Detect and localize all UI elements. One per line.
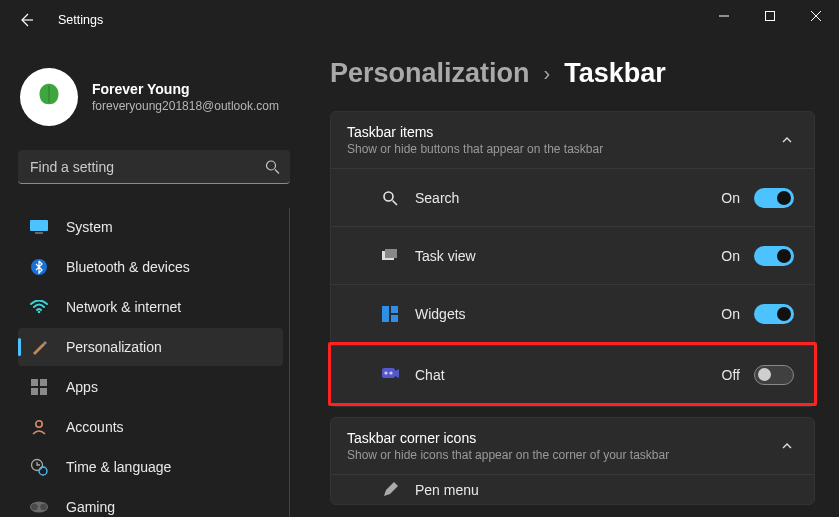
apps-icon: [30, 378, 48, 396]
svg-point-6: [38, 311, 41, 314]
row-label: Search: [415, 190, 721, 206]
profile-email: foreveryoung201818@outlook.com: [92, 99, 279, 113]
taskbar-corner-icons-section: Taskbar corner icons Show or hide icons …: [330, 417, 815, 505]
sidebar-item-personalization[interactable]: Personalization: [18, 328, 283, 366]
section-title: Taskbar corner icons: [347, 430, 669, 446]
sidebar-item-label: Gaming: [66, 499, 115, 515]
svg-rect-22: [391, 315, 398, 322]
row-label: Widgets: [415, 306, 721, 322]
sidebar-item-network[interactable]: Network & internet: [18, 288, 283, 326]
toggle-search[interactable]: [754, 188, 794, 208]
close-button[interactable]: [793, 0, 839, 32]
avatar: [20, 68, 78, 126]
person-icon: [30, 418, 48, 436]
sidebar-item-label: System: [66, 219, 113, 235]
taskbar-items-header[interactable]: Taskbar items Show or hide buttons that …: [331, 112, 814, 168]
svg-rect-8: [40, 379, 47, 386]
maximize-button[interactable]: [747, 0, 793, 32]
row-chat: Chat Off: [331, 345, 814, 403]
sidebar-item-bluetooth[interactable]: Bluetooth & devices: [18, 248, 283, 286]
toggle-state: On: [721, 306, 740, 322]
sidebar-item-label: Accounts: [66, 419, 124, 435]
row-widgets: Widgets On: [331, 284, 814, 342]
search-icon: [265, 160, 280, 175]
wifi-icon: [30, 298, 48, 316]
row-task-view: Task view On: [331, 226, 814, 284]
bluetooth-icon: [30, 258, 48, 276]
taskbar-corner-icons-header[interactable]: Taskbar corner icons Show or hide icons …: [331, 418, 814, 474]
row-pen-menu: Pen menu: [331, 474, 814, 504]
toggle-state: Off: [722, 367, 740, 383]
svg-point-11: [36, 421, 42, 427]
search-icon: [381, 189, 399, 207]
back-button[interactable]: [8, 2, 44, 38]
section-title: Taskbar items: [347, 124, 603, 140]
sidebar: Forever Young foreveryoung201818@outlook…: [0, 40, 300, 517]
breadcrumb-parent[interactable]: Personalization: [330, 58, 530, 89]
sidebar-item-label: Apps: [66, 379, 98, 395]
row-search: Search On: [331, 168, 814, 226]
title-bar: Settings: [0, 0, 839, 40]
sidebar-item-apps[interactable]: Apps: [18, 368, 283, 406]
taskbar-items-section: Taskbar items Show or hide buttons that …: [330, 111, 815, 407]
chevron-right-icon: ›: [544, 62, 551, 85]
row-label: Chat: [415, 367, 722, 383]
svg-rect-3: [30, 220, 48, 231]
svg-point-2: [267, 161, 276, 170]
svg-rect-7: [31, 379, 38, 386]
minimize-button[interactable]: [701, 0, 747, 32]
chevron-up-icon: [780, 133, 794, 147]
row-label: Pen menu: [415, 482, 794, 498]
main-content: Personalization › Taskbar Taskbar items …: [300, 40, 839, 517]
profile-name: Forever Young: [92, 81, 279, 97]
search-input[interactable]: [18, 150, 290, 184]
svg-point-13: [39, 467, 47, 475]
app-title: Settings: [58, 13, 103, 27]
sidebar-item-system[interactable]: System: [18, 208, 283, 246]
svg-rect-10: [40, 388, 47, 395]
widgets-icon: [381, 305, 399, 323]
page-title: Taskbar: [564, 58, 666, 89]
svg-rect-4: [35, 232, 43, 234]
monitor-icon: [30, 218, 48, 236]
svg-point-15: [31, 504, 38, 511]
svg-point-25: [389, 371, 392, 374]
svg-rect-23: [382, 368, 395, 378]
sidebar-item-label: Network & internet: [66, 299, 181, 315]
section-subtitle: Show or hide icons that appear on the co…: [347, 448, 669, 462]
toggle-state: On: [721, 190, 740, 206]
search-container: [18, 150, 290, 184]
svg-rect-20: [382, 306, 389, 322]
section-subtitle: Show or hide buttons that appear on the …: [347, 142, 603, 156]
svg-rect-0: [766, 12, 775, 21]
toggle-chat[interactable]: [754, 365, 794, 385]
chat-icon: [381, 366, 399, 384]
sidebar-item-gaming[interactable]: Gaming: [18, 488, 283, 517]
chevron-up-icon: [780, 439, 794, 453]
svg-point-24: [384, 371, 387, 374]
nav-list: System Bluetooth & devices Network & int…: [18, 208, 290, 517]
sidebar-item-label: Time & language: [66, 459, 171, 475]
toggle-task-view[interactable]: [754, 246, 794, 266]
task-view-icon: [381, 247, 399, 265]
sidebar-item-label: Personalization: [66, 339, 162, 355]
row-label: Task view: [415, 248, 721, 264]
svg-rect-21: [391, 306, 398, 313]
svg-point-17: [384, 192, 393, 201]
svg-rect-9: [31, 388, 38, 395]
toggle-widgets[interactable]: [754, 304, 794, 324]
svg-rect-19: [385, 249, 397, 258]
pen-icon: [381, 481, 399, 499]
toggle-state: On: [721, 248, 740, 264]
breadcrumb: Personalization › Taskbar: [330, 58, 815, 89]
highlight-annotation: Chat Off: [328, 342, 817, 406]
profile-block[interactable]: Forever Young foreveryoung201818@outlook…: [20, 68, 290, 126]
sidebar-item-accounts[interactable]: Accounts: [18, 408, 283, 446]
clock-globe-icon: [30, 458, 48, 476]
svg-point-16: [40, 504, 47, 511]
gamepad-icon: [30, 498, 48, 516]
paintbrush-icon: [30, 338, 48, 356]
sidebar-item-time-language[interactable]: Time & language: [18, 448, 283, 486]
sidebar-item-label: Bluetooth & devices: [66, 259, 190, 275]
